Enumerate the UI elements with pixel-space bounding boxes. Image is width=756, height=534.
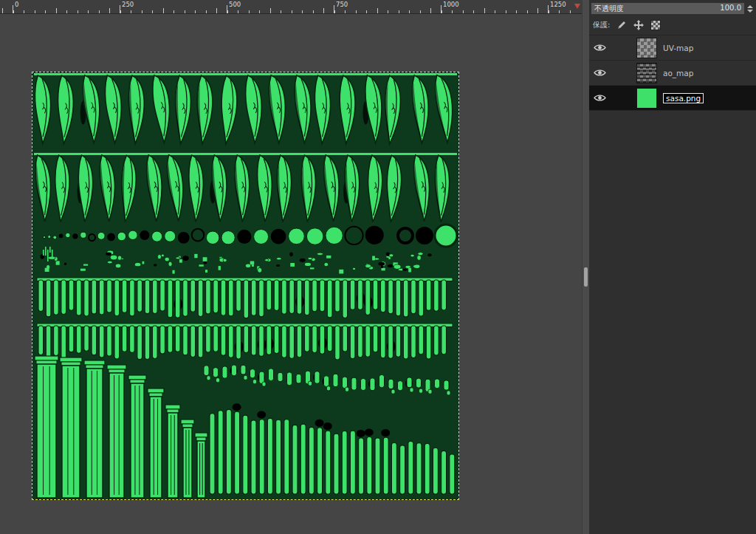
ruler-tick: [399, 10, 399, 13]
ruler-tick-major: [120, 5, 120, 13]
opacity-row: 不透明度 100.0: [589, 0, 756, 16]
ruler-tick: [473, 10, 474, 13]
ruler-tick: [388, 10, 388, 13]
layer-row[interactable]: sasa.png: [589, 86, 756, 111]
ruler-tick-major: [227, 5, 227, 13]
ruler-tick: [142, 10, 142, 13]
ruler-tick: [516, 10, 517, 13]
layer-thumbnail[interactable]: [636, 88, 657, 109]
ruler-tick: [292, 10, 292, 13]
visibility-eye-icon[interactable]: [589, 44, 610, 52]
ruler-tick: [313, 10, 314, 13]
ruler-tick: [452, 10, 453, 13]
lock-alpha-icon[interactable]: [650, 20, 661, 31]
ruler-tick: [495, 10, 495, 13]
layer-name[interactable]: sasa.png: [663, 93, 704, 103]
ruler-tick-major: [441, 5, 441, 13]
ruler-tick: [99, 10, 100, 13]
ruler-tick: [216, 8, 217, 13]
layers-list: UV-mapao_mapsasa.png: [589, 35, 756, 111]
layer-row[interactable]: ao_map: [589, 61, 756, 86]
ruler-tick: [88, 10, 89, 13]
opacity-label: 不透明度: [594, 4, 624, 14]
ruler-tick: [152, 10, 153, 13]
ruler-tick-label: 750: [336, 1, 348, 8]
ruler-tick-major: [548, 5, 549, 13]
ruler-tick: [195, 10, 196, 13]
ruler-tick: [281, 10, 281, 13]
ruler-tick: [35, 10, 35, 13]
ruler-tick: [430, 8, 431, 13]
ruler-tick: [527, 10, 528, 13]
ruler-tick: [78, 10, 78, 13]
ruler-tick: [302, 10, 303, 13]
layer-name[interactable]: ao_map: [663, 69, 693, 78]
opacity-spinner[interactable]: [746, 3, 755, 14]
ruler-tick: [2, 8, 3, 13]
ruler-tick: [131, 10, 131, 13]
checkerboard-icon: [650, 20, 661, 30]
ruler-tick: [249, 10, 250, 13]
texture-image: [32, 72, 458, 499]
ruler-tick: [323, 8, 324, 13]
layer-name[interactable]: UV-map: [663, 44, 693, 52]
lock-position-icon[interactable]: [633, 20, 644, 31]
splitter-handle[interactable]: [584, 267, 588, 287]
ruler-tick: [537, 8, 538, 13]
layer-row[interactable]: UV-map: [589, 35, 756, 61]
ruler-tick: [366, 10, 367, 13]
ruler-tick: [409, 10, 410, 13]
horizontal-ruler[interactable]: 025050075010001250: [0, 0, 573, 14]
ruler-tick: [173, 10, 174, 13]
spinner-up-icon[interactable]: [747, 5, 753, 8]
protect-row: 保護:: [589, 16, 756, 35]
image-canvas[interactable]: [32, 72, 459, 500]
ruler-tick: [56, 8, 57, 13]
ruler-tick-label: 1250: [550, 1, 566, 8]
opacity-slider[interactable]: 不透明度 100.0: [591, 2, 745, 15]
visibility-eye-icon[interactable]: [589, 69, 610, 77]
chain-link-cell[interactable]: [610, 35, 636, 60]
ruler-tick: [66, 10, 67, 13]
pencil-icon: [616, 20, 627, 30]
ruler-tick: [24, 10, 24, 13]
ruler-end-button[interactable]: [573, 0, 582, 14]
visibility-eye-icon[interactable]: [589, 94, 610, 102]
ruler-tick: [109, 8, 110, 13]
ruler-end-icon: [574, 4, 580, 9]
protect-label: 保護:: [593, 20, 610, 30]
move-icon: [633, 20, 644, 30]
chain-link-cell[interactable]: [610, 86, 636, 110]
ruler-tick: [463, 10, 464, 13]
ruler-tick: [163, 8, 164, 13]
layer-thumbnail[interactable]: [636, 38, 657, 58]
opacity-value: 100.0: [720, 4, 741, 12]
ruler-tick: [345, 10, 346, 13]
layer-thumbnail[interactable]: [636, 63, 657, 83]
ruler-tick: [185, 10, 185, 13]
ruler-tick: [206, 10, 207, 13]
ruler-tick: [270, 8, 271, 13]
ruler-tick: [238, 10, 238, 13]
canvas-area[interactable]: 025050075010001250: [0, 0, 582, 534]
ruler-tick: [559, 10, 560, 13]
chain-link-cell[interactable]: [610, 61, 636, 85]
layers-panel: 不透明度 100.0 保護:: [589, 0, 756, 534]
ruler-tick-label: 0: [15, 1, 18, 8]
ruler-tick-major: [334, 5, 334, 13]
ruler-tick-label: 1000: [443, 1, 459, 8]
spinner-down-icon[interactable]: [747, 10, 753, 13]
ruler-tick: [570, 10, 571, 13]
lock-pixels-icon[interactable]: [616, 20, 627, 31]
ruler-tick: [420, 10, 421, 13]
ruler-tick: [377, 8, 378, 13]
ruler-tick: [356, 10, 357, 13]
ruler-tick: [506, 10, 506, 13]
ruler-tick: [484, 8, 485, 13]
ruler-tick-major: [13, 5, 13, 13]
ruler-tick: [259, 10, 260, 13]
ruler-tick: [45, 10, 46, 13]
ruler-tick-label: 250: [122, 1, 134, 8]
ruler-tick-label: 500: [229, 1, 241, 8]
